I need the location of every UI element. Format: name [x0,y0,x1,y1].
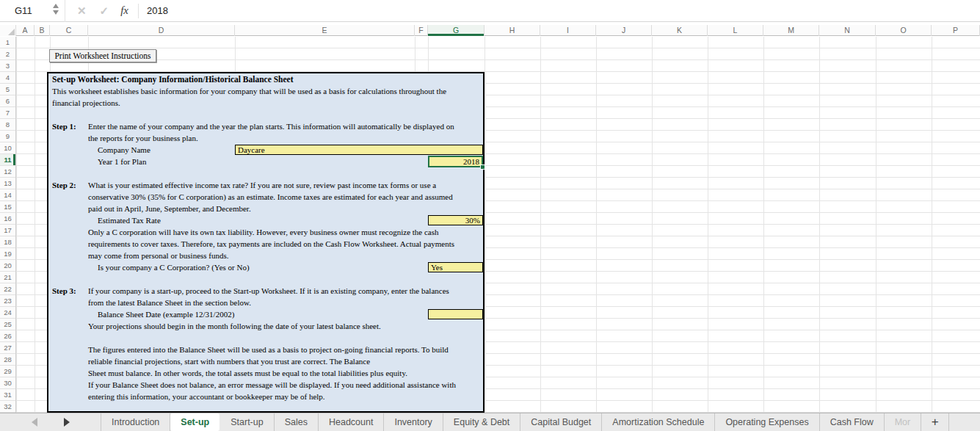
sheet-tab-headcount[interactable]: Headcount [319,413,384,431]
step3-para-line: If your Balance Sheet does not balance, … [88,379,456,391]
sheet-grid[interactable]: 1234567891011121314151617181920212223242… [0,37,980,413]
row-header-10[interactable]: 10 [0,142,15,154]
column-header-M[interactable]: M [763,25,819,36]
column-header-D[interactable]: D [88,25,235,36]
column-header-L[interactable]: L [708,25,763,36]
sheet-tabs: IntroductionSet-upStart-upSalesHeadcount… [101,413,921,431]
print-worksheet-instructions-button[interactable]: Print Worksheet Instructions [49,49,156,62]
row-header-9[interactable]: 9 [0,131,15,142]
column-header-G[interactable]: G [428,25,484,36]
row-header-4[interactable]: 4 [0,72,15,84]
sheet-tab-bar: IntroductionSet-upStart-upSalesHeadcount… [0,413,980,431]
row-header-23[interactable]: 23 [0,295,15,307]
sheet-tab-cash-flow[interactable]: Cash Flow [820,413,885,431]
column-header-C[interactable]: C [50,25,88,36]
row-header-6[interactable]: 6 [0,95,15,107]
gridline [819,37,820,413]
row-header-7[interactable]: 7 [0,107,15,119]
row-headers: 1234567891011121314151617181920212223242… [0,37,16,413]
gridline [652,37,653,413]
column-header-N[interactable]: N [819,25,876,36]
next-sheet-arrow-icon[interactable] [64,418,70,427]
sheet-tab-sales[interactable]: Sales [275,413,319,431]
column-header-P[interactable]: P [932,25,980,36]
column-header-E[interactable]: E [235,25,415,36]
step1-text-line: Enter the name of your company and the y… [88,120,454,132]
row-header-1[interactable]: 1 [0,37,15,48]
balance-sheet-date-field[interactable] [428,309,483,319]
step2-text-line: conservative 30% (35% for C corporation)… [88,191,453,203]
sheet-tab-amortization-schedule[interactable]: Amortization Schedule [602,413,715,431]
row-header-16[interactable]: 16 [0,213,15,225]
step3-text-line: If your company is a start-up, proceed t… [88,285,449,297]
name-box-spinner[interactable] [53,4,59,15]
sheet-tab-operating-expenses[interactable]: Operating Expenses [715,413,819,431]
add-sheet-button[interactable]: + [921,413,949,431]
tax-rate-field[interactable]: 30% [428,215,483,225]
row-header-5[interactable]: 5 [0,84,15,95]
row-header-15[interactable]: 15 [0,201,15,213]
row-header-2[interactable]: 2 [0,48,15,60]
row-header-20[interactable]: 20 [0,260,15,272]
sheet-tab-set-up[interactable]: Set-up [170,413,219,431]
insert-function-icon[interactable]: fx [120,4,128,17]
spinner-up-icon[interactable] [53,4,59,8]
cell-name-box[interactable]: G11 [0,0,65,22]
select-all-corner[interactable] [0,25,16,36]
step3-label: Step 3: [52,285,76,297]
column-header-F[interactable]: F [415,25,428,36]
company-name-label: Company Name [98,144,150,156]
row-header-25[interactable]: 25 [0,319,15,330]
row-header-18[interactable]: 18 [0,236,15,248]
company-name-field[interactable]: Daycare [235,145,483,155]
sheet-tab-capital-budget[interactable]: Capital Budget [520,413,602,431]
column-header-H[interactable]: H [484,25,540,36]
row-header-32[interactable]: 32 [0,401,15,413]
year1-field-selected-cell[interactable]: 2018 [428,156,483,167]
column-header-K[interactable]: K [652,25,708,36]
c-corp-field[interactable]: Yes [428,262,483,272]
sheet-tab-inventory[interactable]: Inventory [384,413,443,431]
row-header-22[interactable]: 22 [0,283,15,295]
formula-input[interactable]: 2018 [147,5,168,16]
prev-sheet-arrow-icon[interactable] [32,418,37,427]
row-header-21[interactable]: 21 [0,272,15,283]
spinner-down-icon[interactable] [53,10,59,15]
step3-para-line: Sheet must balance. In other words, the … [88,367,407,379]
tax-rate-label: Estimated Tax Rate [98,214,161,226]
step1-text-line: the reports for your business plan. [88,132,198,144]
sheet-tab-start-up[interactable]: Start-up [220,413,274,431]
row-header-30[interactable]: 30 [0,377,15,389]
step2-text-line: paid out in April, June, September, and … [88,203,251,214]
balance-sheet-date-label: Balance Sheet Date (example 12/31/2002) [98,308,234,320]
row-header-28[interactable]: 28 [0,354,15,366]
sheet-tab-equity-debt[interactable]: Equity & Debt [443,413,520,431]
step3-para-line: The figures entered into the Balance She… [88,344,449,355]
row-header-3[interactable]: 3 [0,60,15,72]
row-header-12[interactable]: 12 [0,166,15,178]
row-header-13[interactable]: 13 [0,178,15,189]
row-header-27[interactable]: 27 [0,342,15,354]
cancel-icon[interactable]: ✕ [77,4,87,18]
column-header-J[interactable]: J [596,25,652,36]
step3-text-line: from the latest Balance Sheet in the sec… [88,297,251,308]
row-header-24[interactable]: 24 [0,307,15,319]
row-header-17[interactable]: 17 [0,225,15,236]
column-header-O[interactable]: O [876,25,932,36]
column-header-A[interactable]: A [16,25,35,36]
row-header-19[interactable]: 19 [0,248,15,260]
row-header-31[interactable]: 31 [0,389,15,401]
column-headers: ABCDEFGHIJKLMNOP [0,25,980,36]
row-header-8[interactable]: 8 [0,119,15,131]
row-header-26[interactable]: 26 [0,330,15,342]
sheet-tab-introduction[interactable]: Introduction [101,413,170,431]
column-header-I[interactable]: I [540,25,596,36]
sheet-tab-mor[interactable]: Mor [885,413,922,431]
enter-check-icon[interactable]: ✓ [100,4,109,18]
row-header-11[interactable]: 11 [0,154,15,166]
row-header-14[interactable]: 14 [0,189,15,201]
row-header-29[interactable]: 29 [0,366,15,377]
step1-label: Step 1: [52,120,76,132]
gridline [932,37,932,413]
column-header-B[interactable]: B [35,25,50,36]
